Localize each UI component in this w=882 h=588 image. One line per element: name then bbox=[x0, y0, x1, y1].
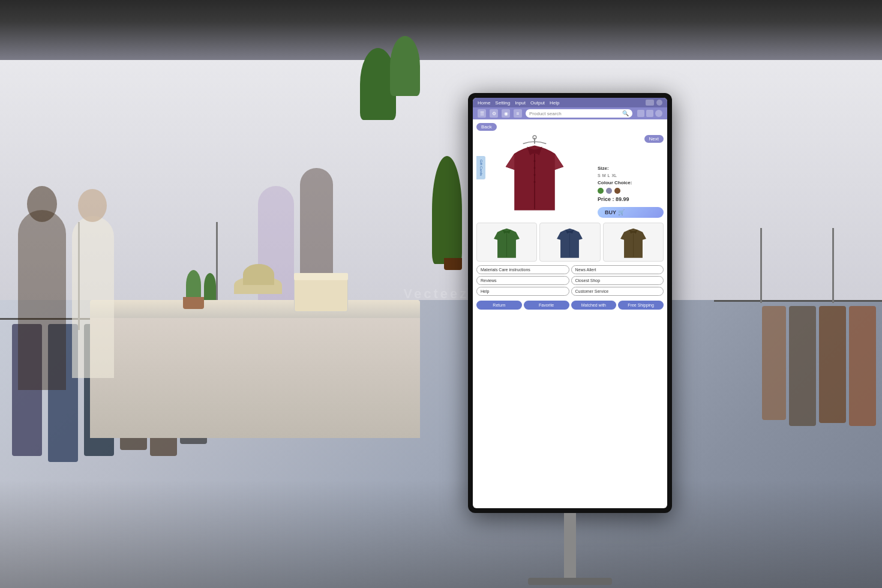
user-icon bbox=[656, 100, 662, 106]
kiosk-screen: Home Setting Input Output Help ☰ ⚙ ◉ ≡ P… bbox=[473, 98, 667, 508]
size-m[interactable]: M bbox=[602, 173, 606, 178]
menu-output[interactable]: Output bbox=[530, 100, 545, 106]
action-favorite[interactable]: Favorite bbox=[524, 301, 569, 310]
filter-icon[interactable] bbox=[637, 110, 644, 117]
cart-icon: 🛒 bbox=[618, 209, 625, 215]
size-s[interactable]: S bbox=[598, 173, 601, 178]
action-bar: Return Favorite Matched with Free Shippi… bbox=[476, 301, 664, 310]
color-grey[interactable] bbox=[606, 188, 612, 194]
size-xl[interactable]: XL bbox=[611, 173, 617, 178]
buy-button[interactable]: BUY 🛒 bbox=[598, 207, 664, 218]
product-area: Back Gift Cards bbox=[476, 123, 664, 219]
person-head-1 bbox=[27, 186, 57, 222]
svg-point-3 bbox=[534, 167, 536, 169]
rack-pole-right2 bbox=[760, 228, 762, 303]
grid-icon[interactable] bbox=[646, 110, 653, 117]
kiosk-pole bbox=[564, 513, 576, 585]
kiosk-stand: Home Setting Input Output Help ☰ ⚙ ◉ ≡ P… bbox=[468, 93, 684, 585]
thumbnail-0[interactable] bbox=[476, 223, 537, 262]
colour-label: Colour Choice: bbox=[598, 180, 664, 185]
person-head-2 bbox=[78, 189, 107, 222]
box-item bbox=[294, 276, 348, 312]
info-grid: Materials Care instructions News Allert … bbox=[476, 265, 664, 296]
product-image-container bbox=[476, 135, 593, 219]
right-clothes-4 bbox=[762, 306, 786, 420]
product-shirt-image bbox=[496, 135, 574, 219]
menu-setting[interactable]: Setting bbox=[495, 100, 510, 106]
small-plant bbox=[186, 270, 201, 300]
kiosk-frame: Home Setting Input Output Help ☰ ⚙ ◉ ≡ P… bbox=[468, 93, 672, 513]
toolbar-icon-4[interactable]: ≡ bbox=[514, 109, 522, 118]
product-image-area: Back Gift Cards bbox=[476, 123, 593, 219]
action-return[interactable]: Return bbox=[476, 301, 522, 310]
info-customer-service[interactable]: Customer Service bbox=[571, 287, 664, 296]
floor-shadow bbox=[0, 480, 882, 588]
thumbnail-2[interactable] bbox=[603, 223, 664, 262]
plant-pot bbox=[183, 297, 204, 309]
menu-help[interactable]: Help bbox=[550, 100, 559, 106]
svg-point-4 bbox=[534, 174, 536, 176]
user-profile-icon[interactable] bbox=[655, 110, 662, 117]
right-clothes-1 bbox=[849, 306, 876, 426]
menu-home[interactable]: Home bbox=[478, 100, 490, 106]
size-l[interactable]: L bbox=[608, 173, 610, 178]
info-news[interactable]: News Allert bbox=[571, 265, 664, 274]
gift-card-label: Gift Cards bbox=[476, 156, 485, 179]
info-reviews[interactable]: Reviews bbox=[476, 276, 569, 285]
side-plant bbox=[432, 156, 462, 264]
next-button[interactable]: Next bbox=[644, 135, 664, 143]
action-shipping[interactable]: Free Shipping bbox=[618, 301, 664, 310]
toolbar: ☰ ⚙ ◉ ≡ Product search 🔍 bbox=[473, 107, 667, 119]
color-brown[interactable] bbox=[614, 188, 620, 194]
back-button[interactable]: Back bbox=[476, 123, 497, 131]
action-matched[interactable]: Matched with bbox=[571, 301, 617, 310]
counter-body bbox=[90, 318, 420, 438]
rack-pole-right bbox=[832, 228, 834, 303]
toolbar-icon-2[interactable]: ⚙ bbox=[490, 109, 498, 118]
info-closest-shop[interactable]: Closest Shop bbox=[571, 276, 664, 285]
small-plant2 bbox=[204, 273, 216, 300]
color-green[interactable] bbox=[598, 188, 604, 194]
svg-point-5 bbox=[534, 181, 536, 183]
right-clothes-2 bbox=[819, 306, 846, 423]
hat-top bbox=[243, 264, 274, 285]
thumbnail-1[interactable] bbox=[539, 223, 600, 262]
top-plant-2 bbox=[390, 36, 420, 96]
buy-label: BUY bbox=[605, 209, 616, 215]
right-clothes-3 bbox=[789, 306, 816, 426]
store-background: Vecteezy bbox=[0, 0, 882, 588]
counter-edge bbox=[90, 300, 420, 318]
rack-bar-right bbox=[714, 300, 882, 302]
size-options: S M L XL bbox=[598, 173, 664, 178]
person-silhouette-2 bbox=[72, 216, 114, 378]
search-placeholder: Product search bbox=[529, 111, 620, 116]
person-silhouette-1 bbox=[18, 210, 66, 390]
svg-point-2 bbox=[534, 160, 536, 162]
search-icon[interactable]: 🔍 bbox=[622, 110, 629, 116]
color-options bbox=[598, 188, 664, 194]
toolbar-icon-3[interactable]: ◉ bbox=[502, 109, 510, 118]
info-help[interactable]: Help bbox=[476, 287, 569, 296]
screen-content: Back Gift Cards bbox=[473, 119, 667, 508]
product-details: Next Size: S M L XL Colour Choice: bbox=[598, 123, 664, 219]
info-materials[interactable]: Materials Care instructions bbox=[476, 265, 569, 274]
globe-icon bbox=[646, 100, 654, 106]
thumbnail-row bbox=[476, 223, 664, 262]
kiosk-base bbox=[528, 578, 612, 585]
size-label: Size: bbox=[598, 166, 664, 171]
menu-input[interactable]: Input bbox=[515, 100, 526, 106]
price-text: Price : 89.99 bbox=[598, 196, 664, 202]
side-plant-pot bbox=[444, 258, 462, 270]
search-box[interactable]: Product search 🔍 bbox=[526, 109, 632, 118]
box-lid bbox=[294, 273, 348, 280]
toolbar-icon-1[interactable]: ☰ bbox=[478, 109, 486, 118]
menu-bar: Home Setting Input Output Help bbox=[473, 98, 667, 107]
